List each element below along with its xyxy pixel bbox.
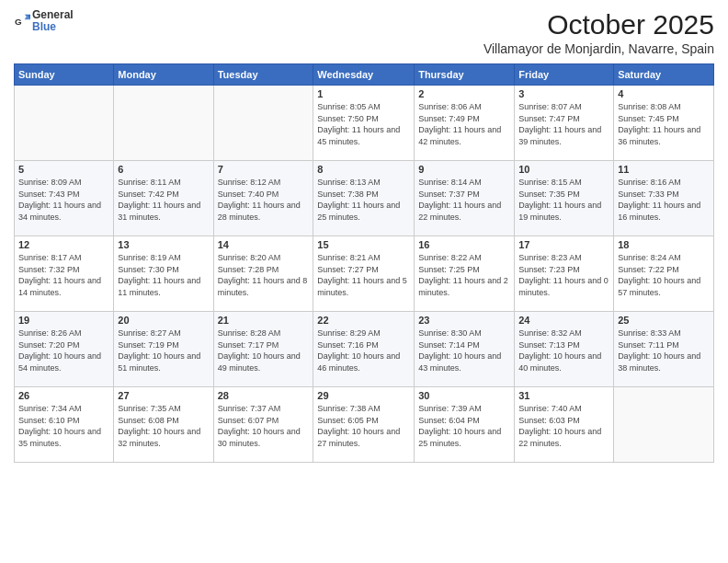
sunset: Sunset: 6:10 PM [18,416,80,425]
day-number: 27 [118,390,209,401]
day-info: Sunrise: 8:27 AM Sunset: 7:19 PM Dayligh… [118,327,209,373]
title-section: October 2025 Villamayor de Monjardin, Na… [483,9,714,56]
calendar-cell: 17 Sunrise: 8:23 AM Sunset: 7:23 PM Dayl… [515,236,614,312]
day-info: Sunrise: 8:30 AM Sunset: 7:14 PM Dayligh… [418,327,510,373]
day-number: 6 [118,164,209,175]
sunrise: Sunrise: 8:19 AM [118,253,181,262]
sunset: Sunset: 7:19 PM [118,340,179,350]
day-number: 24 [518,315,609,326]
header-monday: Monday [114,64,213,86]
day-info: Sunrise: 8:14 AM Sunset: 7:37 PM Dayligh… [418,177,510,223]
calendar-cell: 8 Sunrise: 8:13 AM Sunset: 7:38 PM Dayli… [313,161,415,236]
calendar-cell [15,86,114,161]
logo: G General Blue [14,9,74,33]
calendar-cell: 12 Sunrise: 8:17 AM Sunset: 7:32 PM Dayl… [15,236,114,312]
calendar-cell: 13 Sunrise: 8:19 AM Sunset: 7:30 PM Dayl… [114,236,213,312]
calendar-cell: 19 Sunrise: 8:26 AM Sunset: 7:20 PM Dayl… [15,312,114,387]
calendar-cell: 9 Sunrise: 8:14 AM Sunset: 7:37 PM Dayli… [415,161,515,236]
sunset: Sunset: 6:08 PM [118,416,179,425]
day-number: 5 [18,164,109,175]
sunrise: Sunrise: 8:14 AM [418,178,482,187]
sunset: Sunset: 7:47 PM [518,114,580,123]
daylight: Daylight: 10 hours and 54 minutes. [18,351,101,373]
sunset: Sunset: 7:22 PM [618,265,679,274]
sunset: Sunset: 7:37 PM [418,190,480,199]
header-saturday: Saturday [614,64,714,86]
calendar-cell: 7 Sunrise: 8:12 AM Sunset: 7:40 PM Dayli… [213,161,313,236]
sunset: Sunset: 7:14 PM [418,340,480,350]
daylight: Daylight: 10 hours and 27 minutes. [317,427,400,448]
sunset: Sunset: 7:50 PM [317,114,379,123]
sunset: Sunset: 7:40 PM [218,190,279,199]
logo-general: General [32,8,74,21]
sunset: Sunset: 7:11 PM [618,340,679,350]
day-number: 15 [317,239,410,250]
calendar-cell: 26 Sunrise: 7:34 AM Sunset: 6:10 PM Dayl… [15,387,114,463]
day-info: Sunrise: 8:32 AM Sunset: 7:13 PM Dayligh… [518,327,609,373]
sunset: Sunset: 7:25 PM [418,265,480,274]
calendar-cell: 10 Sunrise: 8:15 AM Sunset: 7:35 PM Dayl… [515,161,614,236]
day-number: 1 [317,88,410,99]
calendar-week-4: 19 Sunrise: 8:26 AM Sunset: 7:20 PM Dayl… [15,312,714,387]
day-info: Sunrise: 8:13 AM Sunset: 7:38 PM Dayligh… [317,177,410,223]
day-info: Sunrise: 8:15 AM Sunset: 7:35 PM Dayligh… [518,177,609,223]
daylight: Daylight: 11 hours and 36 minutes. [618,125,700,146]
calendar-cell: 23 Sunrise: 8:30 AM Sunset: 7:14 PM Dayl… [415,312,515,387]
daylight: Daylight: 10 hours and 49 minutes. [218,351,301,373]
calendar-cell: 15 Sunrise: 8:21 AM Sunset: 7:27 PM Dayl… [313,236,415,312]
day-number: 3 [518,88,609,99]
calendar-cell: 4 Sunrise: 8:08 AM Sunset: 7:45 PM Dayli… [614,86,714,161]
sunset: Sunset: 7:35 PM [518,190,580,199]
day-info: Sunrise: 8:26 AM Sunset: 7:20 PM Dayligh… [18,327,109,373]
day-number: 31 [518,390,609,401]
sunset: Sunset: 7:45 PM [618,114,679,123]
calendar-week-2: 5 Sunrise: 8:09 AM Sunset: 7:43 PM Dayli… [15,161,714,236]
day-info: Sunrise: 7:39 AM Sunset: 6:04 PM Dayligh… [418,403,510,449]
day-number: 4 [618,88,710,99]
daylight: Daylight: 11 hours and 14 minutes. [18,276,101,297]
day-info: Sunrise: 8:09 AM Sunset: 7:43 PM Dayligh… [18,177,109,223]
day-info: Sunrise: 8:19 AM Sunset: 7:30 PM Dayligh… [118,252,209,298]
day-number: 22 [317,315,410,326]
day-info: Sunrise: 7:38 AM Sunset: 6:05 PM Dayligh… [317,403,410,449]
daylight: Daylight: 10 hours and 25 minutes. [418,427,501,448]
day-number: 12 [18,239,109,250]
daylight: Daylight: 11 hours and 5 minutes. [317,276,407,297]
sunset: Sunset: 6:03 PM [518,416,580,425]
sunrise: Sunrise: 7:37 AM [218,404,281,413]
sunrise: Sunrise: 8:06 AM [418,102,482,111]
sunset: Sunset: 7:23 PM [518,265,580,274]
day-info: Sunrise: 8:22 AM Sunset: 7:25 PM Dayligh… [418,252,510,298]
day-info: Sunrise: 8:21 AM Sunset: 7:27 PM Dayligh… [317,252,410,298]
daylight: Daylight: 11 hours and 28 minutes. [218,201,301,222]
day-number: 2 [418,88,510,99]
sunset: Sunset: 7:38 PM [317,190,379,199]
day-info: Sunrise: 8:11 AM Sunset: 7:42 PM Dayligh… [118,177,209,223]
sunset: Sunset: 7:32 PM [18,265,80,274]
header-tuesday: Tuesday [213,64,313,86]
header-friday: Friday [515,64,614,86]
daylight: Daylight: 11 hours and 16 minutes. [618,201,700,222]
day-number: 13 [118,239,209,250]
daylight: Daylight: 10 hours and 32 minutes. [118,427,200,448]
sunset: Sunset: 7:49 PM [418,114,480,123]
calendar-cell: 6 Sunrise: 8:11 AM Sunset: 7:42 PM Dayli… [114,161,213,236]
day-number: 8 [317,164,410,175]
calendar-cell: 20 Sunrise: 8:27 AM Sunset: 7:19 PM Dayl… [114,312,213,387]
sunrise: Sunrise: 8:15 AM [518,178,582,187]
sunrise: Sunrise: 8:09 AM [18,178,82,187]
day-number: 19 [18,315,109,326]
sunrise: Sunrise: 8:05 AM [317,102,381,111]
daylight: Daylight: 10 hours and 30 minutes. [218,427,301,448]
day-number: 26 [18,390,109,401]
sunset: Sunset: 6:04 PM [418,416,480,425]
sunrise: Sunrise: 8:20 AM [218,253,281,262]
sunset: Sunset: 7:16 PM [317,340,379,350]
page-container: G General Blue October 2025 Villamayor d… [0,0,728,563]
calendar-cell: 3 Sunrise: 8:07 AM Sunset: 7:47 PM Dayli… [515,86,614,161]
calendar-cell: 25 Sunrise: 8:33 AM Sunset: 7:11 PM Dayl… [614,312,714,387]
header-wednesday: Wednesday [313,64,415,86]
daylight: Daylight: 10 hours and 35 minutes. [18,427,101,448]
day-info: Sunrise: 7:37 AM Sunset: 6:07 PM Dayligh… [218,403,310,449]
day-info: Sunrise: 8:28 AM Sunset: 7:17 PM Dayligh… [218,327,310,373]
